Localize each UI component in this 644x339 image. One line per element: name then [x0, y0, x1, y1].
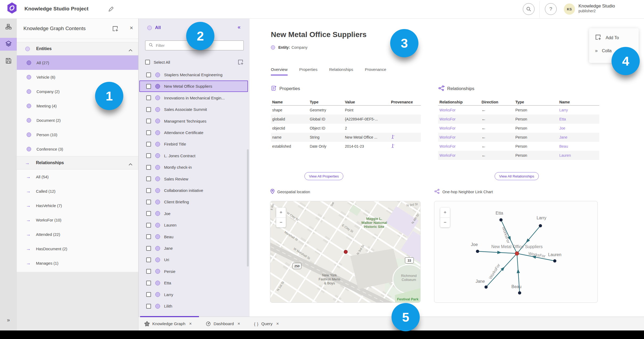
search-button[interactable]: [523, 3, 535, 15]
list-item[interactable]: Persie: [139, 266, 248, 277]
help-button[interactable]: ?: [545, 3, 557, 15]
item-checkbox[interactable]: [146, 188, 151, 193]
tree-item-called[interactable]: →Called (12): [17, 184, 138, 198]
section-header-relationships[interactable]: →Relationships: [17, 156, 138, 170]
person-node[interactable]: [499, 218, 503, 221]
link-chart-panel[interactable]: + − WorksForWorksForWorksForEttaLarryJoe…: [434, 201, 598, 303]
tree-item-hasdocument[interactable]: →HasDocument (2): [17, 241, 138, 256]
list-item[interactable]: Lilith: [139, 300, 248, 312]
list-item[interactable]: Innovations in Mechanical Engin...: [139, 92, 248, 104]
item-checkbox[interactable]: [146, 269, 151, 274]
edit-title-icon[interactable]: [108, 6, 114, 13]
table-row[interactable]: WorksFor←PersonJoe: [438, 124, 599, 133]
zoom-in-button[interactable]: +: [440, 208, 450, 218]
zoom-out-button[interactable]: −: [276, 218, 286, 228]
close-tab-button[interactable]: ×: [238, 321, 240, 326]
zoom-out-button[interactable]: −: [440, 218, 450, 228]
close-contents-panel-button[interactable]: ×: [130, 25, 133, 31]
item-checkbox[interactable]: [146, 223, 151, 228]
map-canvas[interactable]: k RoW Clay StSalE Clay StMarshall StW Ma…: [270, 201, 421, 303]
item-checkbox[interactable]: [146, 84, 151, 89]
close-tab-button[interactable]: ×: [189, 321, 192, 326]
tree-item-attended[interactable]: →Attended (22): [17, 227, 138, 241]
item-checkbox[interactable]: [146, 72, 151, 77]
tree-item-conference[interactable]: Conference (3): [17, 142, 138, 156]
rail-contents-button[interactable]: [0, 38, 17, 51]
item-checkbox[interactable]: [146, 304, 151, 309]
list-item[interactable]: Client Briefing: [139, 196, 248, 208]
add-to-new-icon[interactable]: [238, 59, 244, 66]
tab-overview[interactable]: Overview: [271, 67, 288, 75]
tree-item-vehicle[interactable]: Vehicle (6): [17, 70, 138, 84]
person-node[interactable]: [553, 259, 556, 263]
rail-save-button[interactable]: [0, 55, 17, 68]
chart-zoom-control[interactable]: + −: [440, 208, 450, 227]
relationship-link[interactable]: WorksFor: [438, 153, 480, 158]
table-row[interactable]: objectidObject ID2: [271, 124, 421, 133]
list-item[interactable]: L. Jones Contract: [139, 150, 248, 162]
tree-item-person[interactable]: Person (10): [17, 127, 138, 142]
item-checkbox[interactable]: [146, 95, 151, 100]
list-item[interactable]: Montly check-in: [139, 162, 248, 173]
tab-provenance[interactable]: Provenance: [365, 67, 386, 75]
table-row[interactable]: WorksFor←PersonLauren: [438, 151, 599, 160]
item-checkbox[interactable]: [146, 234, 151, 239]
tree-item-all[interactable]: →All (54): [17, 170, 138, 184]
list-item[interactable]: Attendance Certificate: [139, 127, 248, 138]
tab-relationships[interactable]: Relationships: [329, 67, 353, 75]
relationship-link[interactable]: WorksFor: [438, 126, 480, 130]
related-name-link[interactable]: Larry: [558, 108, 595, 112]
list-item[interactable]: Firebird Title: [139, 138, 248, 150]
person-node[interactable]: [476, 250, 479, 253]
list-item[interactable]: Collaboration initiative: [139, 185, 248, 196]
item-checkbox[interactable]: [146, 246, 151, 251]
select-all-checkbox[interactable]: [145, 60, 150, 64]
list-item[interactable]: Sales Associate Summit: [139, 104, 248, 115]
item-checkbox[interactable]: [146, 119, 151, 123]
related-name-link[interactable]: Beau: [558, 144, 595, 148]
list-item[interactable]: Sales Review: [139, 173, 248, 185]
rail-schema-button[interactable]: [0, 21, 17, 34]
close-tab-button[interactable]: ×: [276, 321, 279, 326]
tree-item-hasvehicle[interactable]: →HasVehicle (7): [17, 198, 138, 213]
related-name-link[interactable]: Lauren: [558, 153, 595, 158]
person-node[interactable]: [484, 285, 488, 289]
item-checkbox[interactable]: [146, 176, 151, 181]
table-row[interactable]: WorksFor←PersonLarry: [438, 106, 599, 115]
view-all-relationships-button[interactable]: View All Relationships: [495, 172, 539, 180]
relationship-link[interactable]: WorksFor: [438, 117, 480, 121]
table-row[interactable]: WorksFor←PersonEtta: [438, 115, 599, 124]
add-to-menu-item[interactable]: Add To: [595, 34, 619, 42]
list-item[interactable]: Larry: [139, 289, 248, 300]
link-chart-canvas[interactable]: WorksForWorksForWorksForEttaLarryJoeLaur…: [434, 201, 598, 303]
item-checkbox[interactable]: [146, 211, 151, 216]
location-marker[interactable]: [344, 250, 348, 254]
tree-item-manages[interactable]: →Manages (1): [17, 256, 138, 270]
tree-item-document[interactable]: Document (2): [17, 113, 138, 127]
app-logo-icon[interactable]: [7, 2, 17, 15]
zoom-in-button[interactable]: +: [276, 208, 286, 218]
list-item[interactable]: Lauren: [139, 219, 248, 231]
item-checkbox[interactable]: [146, 165, 151, 170]
relationship-link[interactable]: WorksFor: [438, 108, 480, 112]
related-name-link[interactable]: Joe: [558, 126, 595, 130]
table-row[interactable]: shapeGeometryPoint: [271, 106, 421, 115]
item-checkbox[interactable]: [146, 200, 151, 204]
view-all-properties-button[interactable]: View All Properties: [304, 172, 343, 180]
person-node[interactable]: [518, 291, 521, 294]
table-row[interactable]: WorksFor←PersonBeau: [438, 142, 599, 151]
chevron-up-icon[interactable]: [129, 162, 132, 167]
company-node[interactable]: [515, 252, 519, 255]
item-checkbox[interactable]: [146, 142, 151, 147]
table-row[interactable]: globalidGlobal ID{A228944F-0EF5-...: [271, 115, 421, 124]
user-avatar[interactable]: KS: [564, 3, 575, 15]
table-row[interactable]: establishedDate Only2014-01-23: [271, 142, 421, 151]
list-item[interactable]: Beau: [139, 231, 248, 243]
user-info[interactable]: Knowledge Studio publisher2: [578, 3, 615, 14]
list-item[interactable]: Managment Techniques: [139, 115, 248, 127]
list-item[interactable]: Joe: [139, 208, 248, 219]
list-item[interactable]: Staplers Mechanical Engineering: [139, 69, 248, 80]
add-to-new-icon[interactable]: [112, 26, 119, 33]
item-checkbox[interactable]: [146, 257, 151, 262]
document-tab-query[interactable]: { }Query×: [254, 321, 279, 326]
